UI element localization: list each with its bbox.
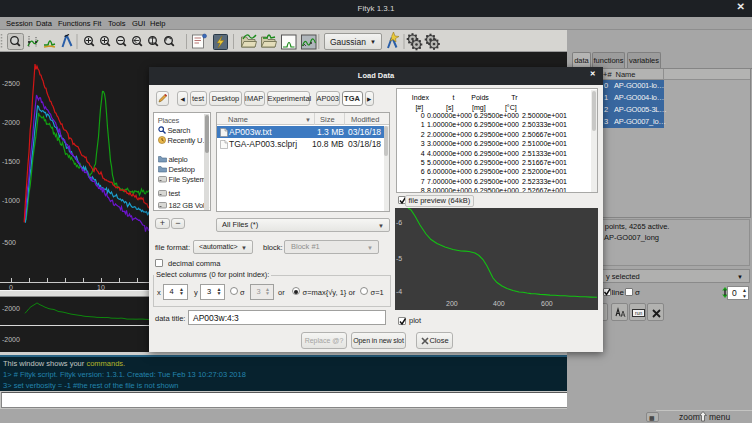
svg-text:run: run bbox=[635, 310, 642, 316]
